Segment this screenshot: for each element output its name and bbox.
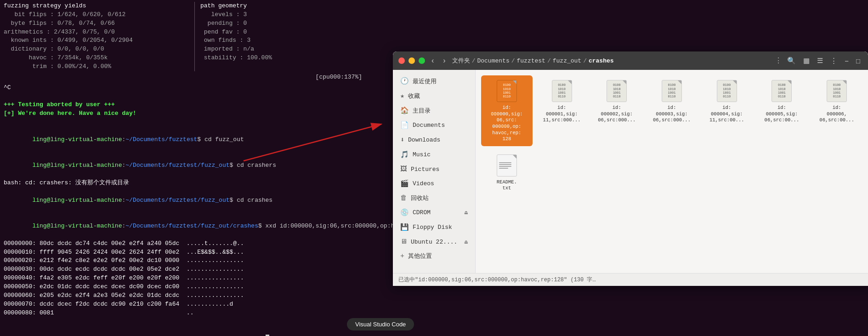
fm-search-button[interactable]: 🔍	[785, 56, 798, 66]
file-icon-readme	[496, 154, 518, 177]
path-geometry: path geometry levels : 3 pending : 0 pen…	[194, 2, 355, 71]
file-label-1: id:000001,sig:11,src:000...	[543, 105, 581, 124]
other-icon: +	[400, 252, 404, 260]
sidebar-item-floppy[interactable]: 💾 Floppy Disk	[395, 220, 473, 234]
fm-window-max-button[interactable]: □	[854, 56, 862, 66]
file-label-5: id:000005,sig:06,src:00...	[765, 105, 800, 124]
fm-body: 🕐 最近使用 ★ 收藏 🏠 主目录 📄 Documents ⬇ Download…	[393, 70, 868, 273]
ubuntu-eject-icon[interactable]: ⏏	[465, 239, 468, 245]
file-icon-4: 0100101010010110	[716, 79, 738, 103]
recent-icon: 🕐	[400, 77, 409, 85]
sidebar-label-ubuntu: Ubuntu 22....	[411, 239, 457, 245]
sidebar-item-pictures[interactable]: 🖼 Pictures	[395, 162, 473, 176]
path-stability: stability : 100.00%	[200, 54, 355, 63]
fm-forward-button[interactable]: ›	[440, 56, 448, 66]
stats-known-ints: known ints : 0/499, 0/2054, 0/2904	[4, 36, 194, 45]
floppy-icon: 💾	[400, 223, 409, 232]
cdrom-eject-icon[interactable]: ⏏	[465, 209, 468, 216]
pictures-icon: 🖼	[400, 165, 407, 173]
documents-icon: 📄	[400, 121, 409, 130]
music-icon: 🎵	[400, 150, 409, 159]
file-item-6[interactable]: 0100101010010110 id:000006,06,src:00...	[811, 75, 862, 146]
sidebar-label-downloads: Downloads	[408, 137, 440, 143]
file-icon-1: 0100101010010110	[551, 79, 573, 103]
sidebar-label-trash: 回收站	[411, 194, 429, 202]
sidebar-item-recent[interactable]: 🕐 最近使用	[395, 74, 473, 88]
sidebar-label-favorites: 收藏	[408, 92, 420, 100]
sidebar-label-music: Music	[413, 151, 431, 158]
stats-trim: trim : 0.00%/24, 0.00%	[4, 63, 194, 71]
fm-window-min-button[interactable]: −	[842, 56, 851, 66]
fm-minimize-button[interactable]	[408, 57, 415, 64]
ubuntu-icon: 🖥	[400, 238, 407, 246]
stats-bit-flips: bit flips : 1/624, 0/620, 0/612	[4, 11, 194, 19]
fm-back-button[interactable]: ‹	[429, 56, 437, 66]
file-label-0: id:000000,sig:06,src:000000,op:havoc,rep…	[491, 105, 522, 142]
path-pending: pending : 0	[200, 19, 355, 28]
file-item-4[interactable]: 0100101010010110 id:000004,sig:11,src:00…	[701, 75, 753, 146]
stats-dictionary: dictionary : 0/0, 0/0, 0/0	[4, 45, 194, 54]
fm-settings-button[interactable]: ⋮	[828, 56, 840, 66]
stats-arithmetics: arithmetics : 2/4337, 0/75, 0/0	[4, 28, 194, 37]
hex-60: 00000060: e205 e2dc e2f4 a2e3 05e2 e2dc …	[4, 291, 864, 300]
trash-icon: 🗑	[400, 194, 407, 202]
home-icon: 🏠	[400, 106, 409, 115]
hex-70: 00000070: dcdc dcec f2dc dcdc dc90 e210 …	[4, 300, 864, 309]
fm-files-area: 0100101010010110 id:000000,sig:06,src:00…	[476, 70, 868, 273]
fm-list-view-button[interactable]: ☰	[815, 56, 825, 66]
breadcrumb-crashes[interactable]: crashes	[589, 57, 614, 64]
file-item-0[interactable]: 0100101010010110 id:000000,sig:06,src:00…	[481, 75, 533, 146]
path-own-finds: own finds : 3	[200, 36, 355, 45]
breadcrumb-fuzz-out[interactable]: fuzz_out	[553, 57, 581, 64]
sidebar-item-documents[interactable]: 📄 Documents	[395, 118, 473, 132]
file-manager-window: ‹ › 文件夹 / Documents / fuzztest / fuzz_ou…	[393, 51, 868, 286]
sidebar-item-favorites[interactable]: ★ 收藏	[395, 89, 473, 103]
sidebar-item-downloads[interactable]: ⬇ Downloads	[395, 133, 473, 147]
sidebar-item-music[interactable]: 🎵 Music	[395, 148, 473, 162]
file-item-2[interactable]: 0100101010010110 id:000002,sig:06,src:00…	[591, 75, 642, 146]
file-label-4: id:000004,sig:11,src:00...	[709, 105, 744, 124]
sidebar-item-videos[interactable]: 🎬 Videos	[395, 177, 473, 191]
stats-title: fuzzing strategy yields	[4, 2, 194, 11]
sidebar-item-other[interactable]: + 其他位置	[395, 249, 473, 263]
videos-icon: 🎬	[400, 179, 409, 188]
file-label-3: id:000003,sig:06,src:000...	[653, 105, 691, 124]
sidebar-label-recent: 最近使用	[413, 77, 437, 85]
downloads-icon: ⬇	[400, 136, 404, 144]
fm-maximize-button[interactable]	[419, 57, 425, 64]
breadcrumb: 文件夹 / Documents / fuzztest / fuzz_out / …	[452, 57, 772, 65]
sidebar-label-floppy: Floppy Disk	[413, 224, 452, 231]
cpu-indicator: [cpu000:137%]	[4, 73, 362, 82]
vscode-button[interactable]: Visual Studio Code	[347, 318, 414, 330]
fm-grid-view-button[interactable]: ▦	[801, 56, 812, 66]
file-item-5[interactable]: 0100101010010110 id:000005,sig:06,src:00…	[756, 75, 808, 146]
sidebar-item-cdrom[interactable]: 💿 CDROM ⏏	[395, 205, 473, 220]
hex-80: 00000080: 0081 ..	[4, 309, 864, 318]
file-item-readme[interactable]: README.txt	[481, 150, 533, 195]
sidebar-label-pictures: Pictures	[411, 166, 439, 173]
sidebar-item-ubuntu[interactable]: 🖥 Ubuntu 22.... ⏏	[395, 235, 473, 249]
fm-close-button[interactable]	[398, 57, 405, 64]
file-label-2: id:000002,sig:06,src:000...	[598, 105, 635, 124]
stats-havoc: havoc : 7/354k, 0/355k	[4, 54, 194, 63]
statusbar-text: 已选中"id:000000,sig:06,src:000000,op:havoc…	[398, 276, 596, 284]
file-item-3[interactable]: 0100101010010110 id:000003,sig:06,src:00…	[646, 75, 698, 146]
file-icon-6: 0100101010010110	[826, 79, 848, 103]
stats-byte-flips: byte flips : 0/78, 0/74, 0/66	[4, 19, 194, 28]
sidebar-label-documents: Documents	[413, 122, 445, 129]
path-imported: imported : n/a	[200, 45, 355, 54]
file-item-1[interactable]: 0100101010010110 id:000001,sig:11,src:00…	[536, 75, 588, 146]
file-label-readme: README.txt	[497, 179, 517, 192]
sidebar-label-other: 其他位置	[408, 252, 432, 260]
breadcrumb-files[interactable]: 文件夹	[452, 57, 470, 65]
favorites-icon: ★	[400, 91, 404, 100]
fm-toolbar-right: ⋮ 🔍 ▦ ☰ ⋮ − □	[775, 56, 862, 66]
cdrom-icon: 💿	[400, 208, 409, 217]
breadcrumb-fuzztest[interactable]: fuzztest	[517, 57, 545, 64]
path-pend-fav: pend fav : 0	[200, 28, 355, 37]
fm-titlebar: ‹ › 文件夹 / Documents / fuzztest / fuzz_ou…	[393, 51, 868, 70]
sidebar-label-cdrom: CDROM	[413, 209, 431, 216]
sidebar-item-home[interactable]: 🏠 主目录	[395, 103, 473, 118]
sidebar-item-trash[interactable]: 🗑 回收站	[395, 191, 473, 205]
breadcrumb-documents[interactable]: Documents	[477, 57, 509, 64]
